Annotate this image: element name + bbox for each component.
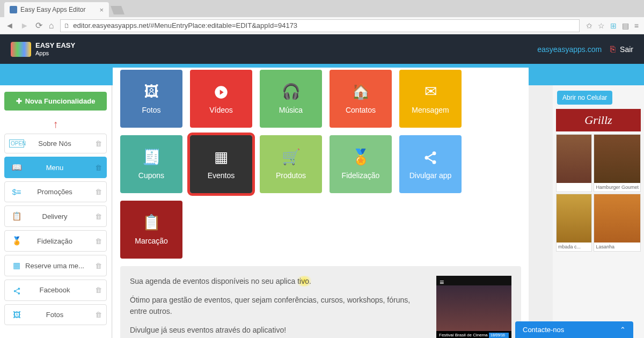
tile-marcacao[interactable]: 📋Marcação — [120, 201, 182, 259]
cart-icon: 🛒 — [282, 148, 301, 166]
logout-label: Sair — [620, 45, 633, 54]
contact-widget[interactable]: Contacte-nos ⌃ — [515, 321, 633, 338]
new-functionality-button[interactable]: ✚ Nova Funcionalidade — [4, 92, 107, 111]
browser-nav-bar: ◄ ► ⟳ ⌂ 🗋 editor.easyeasyapps.net/#MenuE… — [0, 17, 644, 34]
tile-grid: 🖼Fotos Vídeos 🎧Música 🏠Contatos ✉Mensage… — [113, 68, 529, 266]
desc-p2: Ótimo para gestão de eventos, quer sejam… — [130, 295, 420, 317]
sidebar-item-fidelizacao[interactable]: 🏅 Fidelização 🗑 — [4, 230, 107, 252]
tile-contatos[interactable]: 🏠Contatos — [330, 70, 392, 128]
sidebar-label: Promoções — [14, 188, 95, 196]
food-card[interactable]: Hamburger Goumet — [594, 134, 641, 192]
tile-videos[interactable]: Vídeos — [190, 70, 252, 128]
tile-produtos[interactable]: 🛒Produtos — [260, 135, 322, 193]
arrow-annotation: ↑ — [4, 118, 107, 130]
trash-icon[interactable]: 🗑 — [95, 262, 102, 270]
home-icon: 🏠 — [352, 83, 370, 100]
preview-panel: Abrir no Celular Grillz Hamburger Goumet… — [553, 85, 644, 338]
logo-icon — [11, 42, 31, 57]
logout-button[interactable]: ⎘ Sair — [610, 45, 633, 54]
desc-p3: Divulgue já seus eventos através do apli… — [130, 325, 420, 336]
sidebar-item-reserve[interactable]: ▦ Reserve uma me... 🗑 — [4, 255, 107, 276]
functionality-modal: 🖼Fotos Vídeos 🎧Música 🏠Contatos ✉Mensage… — [113, 68, 529, 338]
trash-icon[interactable]: 🗑 — [95, 139, 102, 148]
sidebar: ✚ Nova Funcionalidade ↑ OPEN Sobre Nós 🗑… — [0, 85, 112, 338]
trash-icon[interactable]: 🗑 — [95, 286, 102, 294]
mail-icon: ✉ — [425, 83, 437, 100]
clipboard-icon: 📋 — [142, 214, 161, 231]
sidebar-label: Delivery — [14, 212, 95, 221]
chevron-up-icon: ⌃ — [620, 326, 626, 334]
svg-point-5 — [425, 156, 429, 160]
app-header: EASY EASY Apps easyeasyapps.com ⎘ Sair — [0, 34, 644, 64]
desc-p1: Sua agenda de eventos disponíveis no seu… — [130, 276, 420, 287]
home-icon[interactable]: ⌂ — [49, 21, 54, 31]
svg-point-6 — [433, 160, 436, 164]
close-icon[interactable]: × — [99, 6, 104, 14]
food-card[interactable]: mbada c... — [556, 194, 592, 252]
sidebar-item-facebook[interactable]: Facebook 🗑 — [4, 280, 107, 301]
sidebar-item-promocoes[interactable]: $≡ Promoções 🗑 — [4, 181, 107, 202]
tile-fotos[interactable]: 🖼Fotos — [120, 70, 182, 128]
sidebar-item-delivery[interactable]: 📋 Delivery 🗑 — [4, 205, 107, 227]
back-icon[interactable]: ◄ — [5, 21, 14, 31]
logout-icon: ⎘ — [610, 45, 616, 54]
tile-fidelizacao[interactable]: 🏅Fidelização — [330, 135, 392, 193]
favicon — [10, 6, 17, 13]
trash-icon[interactable]: 🗑 — [95, 188, 102, 196]
food-card[interactable]: Lasanha — [594, 194, 641, 252]
new-tab-button[interactable] — [111, 6, 125, 14]
calendar-icon: ▦ — [214, 148, 228, 166]
share-icon — [423, 149, 438, 166]
phone-preview: ≡ Festival Brasil de Cinema Internaciona… — [436, 276, 511, 338]
svg-point-4 — [433, 152, 436, 156]
logo-text-2: Apps — [35, 50, 75, 56]
browser-tab[interactable]: Easy Easy Apps Editor × — [4, 2, 109, 17]
ext-icon[interactable]: ⊞ — [610, 21, 617, 30]
new-func-label: Nova Funcionalidade — [25, 97, 96, 105]
sidebar-label: Fotos — [14, 311, 95, 319]
sidebar-label: Facebook — [14, 286, 95, 294]
bookmark-icon[interactable]: ✩ — [586, 21, 592, 30]
star-icon[interactable]: ☆ — [598, 21, 605, 30]
menu-icon[interactable]: ≡ — [634, 21, 639, 30]
receipt-icon: 🧾 — [142, 148, 161, 166]
trash-icon[interactable]: 🗑 — [95, 212, 102, 221]
hamburger-icon: ≡ — [440, 278, 444, 286]
sidebar-label: Sobre Nós — [14, 139, 95, 148]
trash-icon[interactable]: 🗑 — [95, 237, 102, 245]
tile-cupons[interactable]: 🧾Cupons — [120, 135, 182, 193]
trash-icon[interactable]: 🗑 — [95, 311, 102, 319]
headphones-icon: 🎧 — [282, 83, 301, 100]
url-bar[interactable]: 🗋 editor.easyeasyapps.net/#MenuEntryPlac… — [60, 19, 579, 32]
ext-icon-2[interactable]: ▤ — [622, 21, 629, 30]
url-text: editor.easyeasyapps.net/#MenuEntryPlace:… — [73, 21, 297, 30]
tile-mensagem[interactable]: ✉Mensagem — [399, 70, 462, 128]
sidebar-label: Menu — [14, 164, 95, 172]
tile-divulgar[interactable]: Divulgar app — [399, 135, 462, 193]
medal-icon: 🏅 — [352, 148, 370, 166]
logo[interactable]: EASY EASY Apps — [11, 42, 75, 57]
trash-icon[interactable]: 🗑 — [95, 164, 102, 172]
sidebar-item-menu[interactable]: 📖 Menu 🗑 — [4, 157, 107, 178]
page-icon: 🗋 — [64, 23, 70, 29]
tab-title: Easy Easy Apps Editor — [20, 6, 85, 13]
sidebar-item-fotos[interactable]: 🖼 Fotos 🗑 — [4, 304, 107, 325]
open-mobile-button[interactable]: Abrir no Celular — [557, 91, 612, 105]
plus-icon: ✚ — [16, 97, 22, 105]
image-icon: 🖼 — [144, 83, 159, 100]
tile-eventos[interactable]: ▦Eventos — [190, 135, 252, 193]
reload-icon[interactable]: ⟳ — [35, 20, 42, 31]
food-card[interactable] — [556, 134, 592, 192]
browser-tab-strip: Easy Easy Apps Editor × — [0, 0, 644, 17]
site-link[interactable]: easyeasyapps.com — [537, 45, 602, 54]
text-cursor-highlight: tivo. — [295, 276, 313, 286]
forward-icon[interactable]: ► — [20, 21, 29, 31]
sidebar-item-sobre[interactable]: OPEN Sobre Nós 🗑 — [4, 134, 107, 153]
sidebar-label: Reserve uma me... — [14, 262, 95, 270]
contact-label: Contacte-nos — [523, 326, 564, 334]
sidebar-label: Fidelização — [14, 237, 95, 245]
logo-text-1: EASY EASY — [35, 42, 75, 49]
tile-musica[interactable]: 🎧Música — [260, 70, 322, 128]
modal-description: Sua agenda de eventos disponíveis no seu… — [120, 266, 521, 338]
play-icon — [214, 83, 229, 100]
